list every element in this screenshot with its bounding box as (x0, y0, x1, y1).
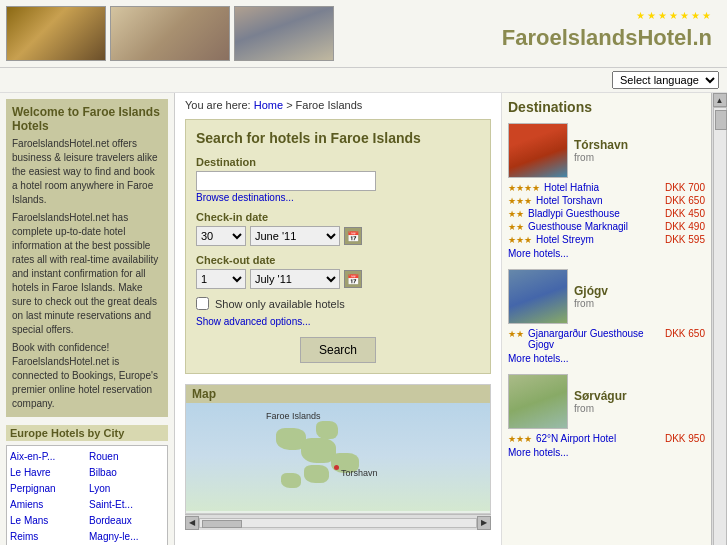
scroll-thumb-h[interactable] (202, 520, 242, 528)
scroll-left-arrow[interactable]: ◀ (185, 516, 199, 530)
map-area[interactable]: Faroe Islands Torshavn (186, 403, 490, 511)
city-list: Aix-en-P...Le HavrePerpignanAmiensLe Man… (10, 449, 164, 545)
city-link[interactable]: Perpignan (10, 481, 85, 497)
city-link[interactable]: Aix-en-P... (10, 449, 85, 465)
scroll-thumb-v[interactable] (715, 110, 727, 130)
dest-from-label: from (574, 152, 628, 163)
city-section: Europe Hotels by City Aix-en-P...Le Havr… (6, 425, 168, 545)
city-link[interactable]: Rouen (89, 449, 164, 465)
torshavn-dot (334, 465, 339, 470)
more-hotels-link[interactable]: More hotels... (508, 447, 705, 458)
dest-from-label: from (574, 298, 608, 309)
checkout-field: Check-out date 1 July '11 📅 (196, 254, 480, 289)
star-6: ★ (691, 10, 700, 21)
city-link[interactable]: Saint-Et... (89, 497, 164, 513)
hotel-entry: ★★Bladlypi GuesthouseDKK 450 (508, 208, 705, 219)
header-photos (0, 0, 340, 67)
dest-city-photo (508, 269, 568, 324)
calendar-glyph-2: 📅 (347, 274, 359, 285)
destinations-title: Destinations (508, 99, 705, 115)
island-5 (304, 465, 329, 483)
destination-list: Tórshavnfrom★★★★Hotel HafniaDKK 700★★★Ho… (508, 123, 705, 458)
dest-city-photo (508, 123, 568, 178)
city-link[interactable]: Magny-le... (89, 529, 164, 545)
checkout-calendar-icon[interactable]: 📅 (344, 270, 362, 288)
city-link[interactable]: Lyon (89, 481, 164, 497)
dest-city-name: Tórshavn (574, 138, 628, 152)
hotel-name-link[interactable]: Hotel Streym (536, 234, 661, 245)
scroll-up-arrow[interactable]: ▲ (713, 93, 727, 107)
hotel-name-link[interactable]: Gjanargarður Guesthouse Gjogv (528, 328, 661, 350)
hotel-price: DKK 650 (665, 328, 705, 339)
hotel-entry: ★★Guesthouse MarknagilDKK 490 (508, 221, 705, 232)
dest-from-label: from (574, 403, 627, 414)
sidebar: Welcome to Faroe Islands Hotels Faroelsl… (0, 93, 175, 545)
header-photo-3 (234, 6, 334, 61)
star-4: ★ (669, 10, 678, 21)
search-button[interactable]: Search (300, 337, 376, 363)
checkout-month-select[interactable]: July '11 (250, 269, 340, 289)
hotel-stars: ★★★ (508, 196, 532, 206)
hotel-name-link[interactable]: Hotel Hafnia (544, 182, 661, 193)
city-link[interactable]: Reims (10, 529, 85, 545)
dest-city-name: Sørvágur (574, 389, 627, 403)
main-content: Welcome to Faroe Islands Hotels Faroelsl… (0, 93, 727, 545)
breadcrumb: You are here: Home > Faroe Islands (185, 99, 491, 111)
scroll-right-arrow[interactable]: ▶ (477, 516, 491, 530)
scroll-track-h[interactable] (199, 518, 477, 528)
hotel-stars: ★★★ (508, 235, 532, 245)
hotel-price: DKK 950 (665, 433, 705, 444)
destination-input[interactable] (196, 171, 376, 191)
hotel-entry: ★★Gjanargarður Guesthouse GjogvDKK 650 (508, 328, 705, 350)
hotel-name-link[interactable]: 62°N Airport Hotel (536, 433, 661, 444)
browse-link[interactable]: Browse destinations... (196, 192, 294, 203)
breadcrumb-home[interactable]: Home (254, 99, 283, 111)
city-link[interactable]: Amiens (10, 497, 85, 513)
checkout-day-select[interactable]: 1 (196, 269, 246, 289)
hotel-price: DKK 450 (665, 208, 705, 219)
available-checkbox[interactable] (196, 297, 209, 310)
center-content: You are here: Home > Faroe Islands Searc… (175, 93, 501, 545)
scroll-track-v[interactable] (713, 107, 727, 545)
more-hotels-link[interactable]: More hotels... (508, 353, 705, 364)
checkin-calendar-icon[interactable]: 📅 (344, 227, 362, 245)
city-link[interactable]: Le Havre (10, 465, 85, 481)
more-hotels-link[interactable]: More hotels... (508, 248, 705, 259)
hotel-price: DKK 650 (665, 195, 705, 206)
city-link[interactable]: Bordeaux (89, 513, 164, 529)
header-photo-1 (6, 6, 106, 61)
checkin-date-row: 30 June '11 📅 (196, 226, 480, 246)
hotel-entry: ★★★Hotel StreymDKK 595 (508, 234, 705, 245)
city-label: Torshavn (341, 468, 378, 478)
breadcrumb-sep: > (286, 99, 295, 111)
city-list-container[interactable]: Aix-en-P...Le HavrePerpignanAmiensLe Man… (6, 445, 168, 545)
hotel-name-link[interactable]: Hotel Torshavn (536, 195, 661, 206)
search-section: Search for hotels in Faroe Islands Desti… (185, 119, 491, 374)
hotel-name-link[interactable]: Bladlypi Guesthouse (528, 208, 661, 219)
hotel-stars: ★★★★ (508, 183, 540, 193)
island-6 (281, 473, 301, 488)
bottom-scrollbar[interactable]: ◀ ▶ (185, 514, 491, 530)
welcome-p1: FaroelslandsHotel.net offers business & … (12, 137, 162, 207)
hotel-entry: ★★★★Hotel HafniaDKK 700 (508, 182, 705, 193)
hotel-name-link[interactable]: Guesthouse Marknagil (528, 221, 661, 232)
hotel-price: DKK 700 (665, 182, 705, 193)
hotel-entry: ★★★62°N Airport HotelDKK 950 (508, 433, 705, 444)
destination-label: Destination (196, 156, 480, 168)
hotel-stars: ★★ (508, 222, 524, 232)
right-scrollbar[interactable]: ▲ ▼ (711, 93, 727, 545)
city-link[interactable]: Le Mans (10, 513, 85, 529)
island-label: Faroe Islands (266, 411, 321, 421)
header-photo-2 (110, 6, 230, 61)
calendar-glyph: 📅 (347, 231, 359, 242)
destination-field: Destination Browse destinations... (196, 156, 480, 203)
map-title: Map (186, 385, 490, 403)
island-2 (316, 421, 338, 439)
checkout-date-row: 1 July '11 📅 (196, 269, 480, 289)
checkin-day-select[interactable]: 30 (196, 226, 246, 246)
language-select[interactable]: Select language (612, 71, 719, 89)
checkin-month-select[interactable]: June '11 (250, 226, 340, 246)
city-link[interactable]: Bilbao (89, 465, 164, 481)
site-logo: ★ ★ ★ ★ ★ ★ ★ FaroelslandsHotel.n (487, 0, 727, 61)
advanced-options-link[interactable]: Show advanced options... (196, 316, 480, 327)
